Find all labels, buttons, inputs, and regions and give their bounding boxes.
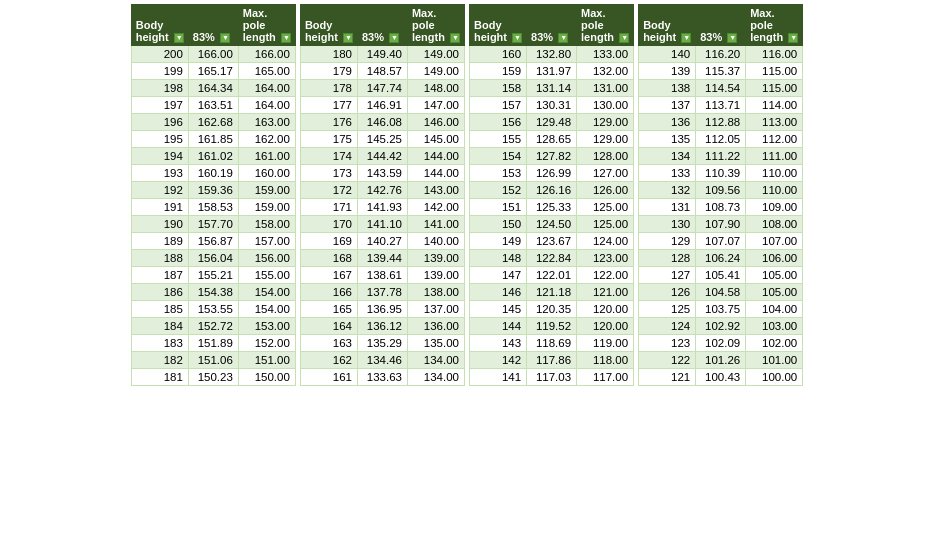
table-row: 181150.23150.00 [131, 369, 295, 386]
cell-83pct: 157.70 [188, 216, 238, 233]
cell-body-height: 126 [639, 284, 696, 301]
cell-max-pole: 105.00 [746, 284, 803, 301]
table-row: 136112.88113.00 [639, 114, 803, 131]
cell-max-pole: 118.00 [577, 352, 634, 369]
cell-max-pole: 104.00 [746, 301, 803, 318]
cell-83pct: 164.34 [188, 80, 238, 97]
filter-pole-icon[interactable] [788, 33, 798, 43]
cell-body-height: 156 [470, 114, 527, 131]
filter-pole-icon[interactable] [281, 33, 291, 43]
cell-max-pole: 139.00 [407, 250, 464, 267]
cell-body-height: 173 [300, 165, 357, 182]
table-2: Bodyheight 83% Max.polelength 160132.801… [469, 4, 634, 386]
table-row: 127105.41105.00 [639, 267, 803, 284]
cell-body-height: 148 [470, 250, 527, 267]
table-row: 122101.26101.00 [639, 352, 803, 369]
table-row: 199165.17165.00 [131, 63, 295, 80]
cell-body-height: 134 [639, 148, 696, 165]
cell-body-height: 137 [639, 97, 696, 114]
cell-max-pole: 149.00 [407, 63, 464, 80]
cell-83pct: 126.16 [527, 182, 577, 199]
cell-body-height: 169 [300, 233, 357, 250]
cell-max-pole: 129.00 [577, 131, 634, 148]
cell-body-height: 187 [131, 267, 188, 284]
table-row: 125103.75104.00 [639, 301, 803, 318]
cell-max-pole: 121.00 [577, 284, 634, 301]
cell-max-pole: 165.00 [238, 63, 295, 80]
cell-max-pole: 115.00 [746, 80, 803, 97]
table-row: 156129.48129.00 [470, 114, 634, 131]
table-row: 133110.39110.00 [639, 165, 803, 182]
table-row: 191158.53159.00 [131, 199, 295, 216]
cell-max-pole: 122.00 [577, 267, 634, 284]
cell-max-pole: 152.00 [238, 335, 295, 352]
cell-max-pole: 140.00 [407, 233, 464, 250]
table-row: 185153.55154.00 [131, 301, 295, 318]
cell-max-pole: 145.00 [407, 131, 464, 148]
cell-body-height: 188 [131, 250, 188, 267]
cell-83pct: 158.53 [188, 199, 238, 216]
cell-83pct: 135.29 [357, 335, 407, 352]
cell-max-pole: 135.00 [407, 335, 464, 352]
cell-max-pole: 143.00 [407, 182, 464, 199]
cell-max-pole: 160.00 [238, 165, 295, 182]
filter-pct-icon[interactable] [727, 33, 737, 43]
cell-83pct: 150.23 [188, 369, 238, 386]
table-row: 138114.54115.00 [639, 80, 803, 97]
cell-body-height: 167 [300, 267, 357, 284]
cell-body-height: 149 [470, 233, 527, 250]
cell-83pct: 146.91 [357, 97, 407, 114]
cell-body-height: 125 [639, 301, 696, 318]
filter-body-icon[interactable] [343, 33, 353, 43]
cell-body-height: 181 [131, 369, 188, 386]
header-max-pole-3: Max.polelength [746, 5, 803, 46]
filter-pct-icon[interactable] [558, 33, 568, 43]
table-row: 190157.70158.00 [131, 216, 295, 233]
cell-max-pole: 154.00 [238, 301, 295, 318]
cell-max-pole: 166.00 [238, 46, 295, 63]
table-row: 188156.04156.00 [131, 250, 295, 267]
cell-max-pole: 119.00 [577, 335, 634, 352]
cell-max-pole: 163.00 [238, 114, 295, 131]
cell-83pct: 101.26 [696, 352, 746, 369]
filter-body-icon[interactable] [681, 33, 691, 43]
table-row: 195161.85162.00 [131, 131, 295, 148]
cell-max-pole: 147.00 [407, 97, 464, 114]
filter-body-icon[interactable] [512, 33, 522, 43]
cell-body-height: 129 [639, 233, 696, 250]
cell-83pct: 137.78 [357, 284, 407, 301]
cell-83pct: 121.18 [527, 284, 577, 301]
cell-body-height: 164 [300, 318, 357, 335]
cell-max-pole: 114.00 [746, 97, 803, 114]
cell-max-pole: 153.00 [238, 318, 295, 335]
cell-max-pole: 146.00 [407, 114, 464, 131]
filter-body-icon[interactable] [174, 33, 184, 43]
cell-max-pole: 115.00 [746, 63, 803, 80]
cell-body-height: 133 [639, 165, 696, 182]
table-row: 178147.74148.00 [300, 80, 464, 97]
table-row: 146121.18121.00 [470, 284, 634, 301]
filter-pct-icon[interactable] [389, 33, 399, 43]
cell-83pct: 128.65 [527, 131, 577, 148]
cell-83pct: 127.82 [527, 148, 577, 165]
table-row: 171141.93142.00 [300, 199, 464, 216]
filter-pct-icon[interactable] [220, 33, 230, 43]
cell-83pct: 129.48 [527, 114, 577, 131]
cell-83pct: 125.33 [527, 199, 577, 216]
cell-max-pole: 134.00 [407, 369, 464, 386]
table-row: 177146.91147.00 [300, 97, 464, 114]
cell-max-pole: 110.00 [746, 165, 803, 182]
cell-max-pole: 133.00 [577, 46, 634, 63]
cell-max-pole: 110.00 [746, 182, 803, 199]
cell-body-height: 183 [131, 335, 188, 352]
cell-body-height: 135 [639, 131, 696, 148]
cell-max-pole: 151.00 [238, 352, 295, 369]
table-1: Bodyheight 83% Max.polelength 180149.401… [300, 4, 465, 386]
filter-pole-icon[interactable] [450, 33, 460, 43]
cell-max-pole: 128.00 [577, 148, 634, 165]
cell-body-height: 168 [300, 250, 357, 267]
cell-83pct: 134.46 [357, 352, 407, 369]
filter-pole-icon[interactable] [619, 33, 629, 43]
table-row: 180149.40149.00 [300, 46, 464, 63]
cell-83pct: 116.20 [696, 46, 746, 63]
